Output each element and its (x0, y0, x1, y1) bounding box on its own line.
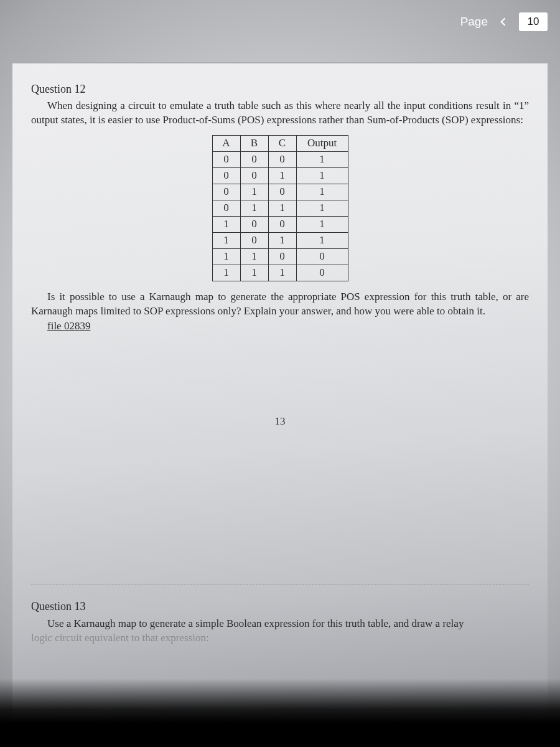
question-12-paragraph-2: Is it possible to use a Karnaugh map to … (31, 290, 529, 319)
table-row: 0011 (212, 168, 348, 184)
truth-table-wrapper: A B C Output 0001 0011 0101 0111 1001 10… (31, 135, 529, 281)
table-row: 1001 (212, 216, 348, 232)
page-label: Page (460, 15, 488, 29)
table-row: 1011 (212, 232, 348, 248)
question-13-block: Question 13 Use a Karnaugh map to genera… (31, 599, 529, 645)
device-brand-watermark: ASUS (257, 730, 302, 747)
q12-p2-line1: Is it possible to use a Karnaugh map to … (31, 291, 498, 303)
viewer-topbar: Page 10 (0, 0, 560, 44)
table-row: 1110 (212, 265, 348, 281)
table-row: 0111 (212, 200, 348, 216)
th-C: C (268, 136, 296, 152)
table-header-row: A B C Output (212, 136, 348, 152)
file-reference-link[interactable]: file 02839 (47, 319, 90, 334)
th-Output: Output (296, 136, 348, 152)
page-separator (31, 585, 529, 585)
question-13-paragraph-cutoff: logic circuit equivalent to that express… (31, 631, 529, 646)
prev-page-button[interactable] (497, 15, 510, 29)
question-13-title: Question 13 (31, 599, 529, 614)
table-row: 0101 (212, 184, 348, 200)
th-B: B (240, 136, 268, 152)
table-row: 0001 (212, 152, 348, 168)
page-footer-number: 13 (31, 415, 529, 429)
page-number-input[interactable]: 10 (519, 12, 548, 31)
question-13-paragraph-1: Use a Karnaugh map to generate a simple … (31, 617, 529, 631)
truth-table: A B C Output 0001 0011 0101 0111 1001 10… (212, 135, 348, 281)
document-page: Question 12 When designing a circuit to … (12, 62, 548, 747)
question-12-title: Question 12 (31, 82, 529, 96)
table-row: 1100 (212, 248, 348, 265)
th-A: A (212, 136, 240, 152)
question-12-paragraph-1: When designing a circuit to emulate a tr… (31, 99, 529, 128)
q12-p1-line1: When designing a circuit to emulate a tr… (31, 100, 500, 111)
q13-p1-line1: Use a Karnaugh map to generate a simple … (31, 618, 464, 629)
